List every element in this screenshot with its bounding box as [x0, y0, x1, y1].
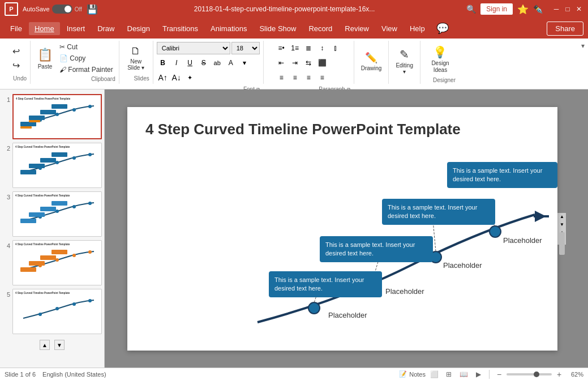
- zoom-slider[interactable]: [507, 373, 552, 375]
- menu-insert[interactable]: Insert: [61, 22, 91, 35]
- scroll-thumb: [559, 232, 565, 255]
- slides-scroll-down[interactable]: ▼: [54, 340, 65, 350]
- text-box-1[interactable]: This is a sample text. Insert your desir…: [269, 271, 382, 298]
- scroll-up-button[interactable]: ▲: [558, 213, 566, 221]
- align-center-button[interactable]: ≡: [289, 71, 301, 84]
- slides-scroll-up[interactable]: ▲: [40, 340, 50, 350]
- search-icon[interactable]: 🔍: [466, 5, 476, 14]
- zoom-in-button[interactable]: +: [554, 369, 564, 379]
- decrease-font-button[interactable]: A↓: [170, 71, 183, 84]
- shadow-button[interactable]: ab: [211, 57, 224, 69]
- menu-view[interactable]: View: [376, 22, 403, 35]
- text-dir-button[interactable]: ⇆: [302, 57, 315, 69]
- increase-font-button[interactable]: A↑: [157, 71, 169, 84]
- drawing-label: Drawing: [361, 65, 382, 71]
- ribbon-expand[interactable]: ▾: [580, 41, 586, 84]
- menu-transitions[interactable]: Transitions: [157, 22, 204, 35]
- slide-sorter-button[interactable]: ⊞: [443, 369, 455, 379]
- menu-animations[interactable]: Animations: [205, 22, 252, 35]
- svg-point-29: [88, 250, 92, 254]
- copy-button[interactable]: 📄 Copy: [57, 53, 88, 63]
- title-bar: P AutoSave Off 💾 20118-01-4-step-curved-…: [0, 0, 588, 18]
- scroll-down-button[interactable]: ▼: [558, 221, 566, 229]
- slide-item-2[interactable]: 2 4 Step Curved Timeline PowerPoint Temp…: [2, 143, 102, 188]
- justify-button[interactable]: ≡: [316, 71, 328, 84]
- star-icon[interactable]: ⭐: [517, 4, 529, 15]
- slideshow-button[interactable]: ▶: [472, 369, 484, 379]
- normal-view-button[interactable]: ⬜: [428, 369, 440, 379]
- cut-button[interactable]: ✂ Cut: [57, 42, 80, 52]
- bold-button[interactable]: B: [157, 57, 169, 69]
- smartart-button[interactable]: ⬛: [316, 57, 328, 69]
- design-ideas-button[interactable]: 💡 DesignIdeas: [426, 43, 454, 76]
- italic-button[interactable]: I: [170, 57, 183, 69]
- editing-arrow: ▾: [403, 69, 406, 75]
- maximize-button[interactable]: □: [563, 5, 572, 14]
- mini-title-3: 4 Step Curved Timeline PowerPoint Templa…: [15, 194, 99, 197]
- font-color-arrow[interactable]: ▾: [238, 57, 251, 69]
- line-spacing-button[interactable]: ↕: [316, 42, 328, 54]
- paste-button[interactable]: 📋 Paste: [34, 45, 56, 72]
- bullets-button[interactable]: ≡•: [275, 42, 287, 54]
- menu-slideshow[interactable]: Slide Show: [254, 22, 302, 35]
- menu-review[interactable]: Review: [339, 22, 375, 35]
- numbering-button[interactable]: 1≡: [289, 42, 301, 54]
- decrease-indent-button[interactable]: ⇤: [275, 57, 287, 69]
- share-button[interactable]: Share: [547, 22, 583, 36]
- editing-button[interactable]: ✎ Editing ▾: [392, 45, 417, 77]
- slide-thumb-2[interactable]: 4 Step Curved Timeline PowerPoint Templa…: [12, 143, 102, 188]
- ribbon-group-paragraph: ≡• 1≡ ≣ ↕ ⫿ ⇤ ⇥ ⇆ ⬛ ≡ ≡ ≡ ≡: [264, 41, 354, 84]
- text-box-2[interactable]: This is a sample text. Insert your desir…: [320, 236, 433, 263]
- menu-home[interactable]: Home: [29, 22, 60, 35]
- ribbon-expand-icon[interactable]: ▾: [581, 42, 585, 50]
- save-icon[interactable]: 💾: [87, 4, 98, 15]
- menu-bar: File Home Insert Draw Design Transitions…: [0, 18, 588, 39]
- status-right: 📝 Notes ⬜ ⊞ 📖 ▶ − + 62%: [399, 369, 583, 379]
- reading-view-button[interactable]: 📖: [457, 369, 470, 379]
- font-name-select[interactable]: Calibri: [157, 42, 230, 54]
- slide-item-3[interactable]: 3 4 Step Curved Timeline PowerPoint Temp…: [2, 191, 102, 237]
- autosave-toggle[interactable]: [52, 5, 72, 14]
- font-row-2: B I U S ab A ▾: [157, 57, 260, 69]
- underline-button[interactable]: U: [184, 57, 196, 69]
- minimize-button[interactable]: ─: [552, 5, 561, 14]
- menu-file[interactable]: File: [5, 22, 28, 35]
- menu-record[interactable]: Record: [303, 22, 338, 35]
- strikethrough-button[interactable]: S: [198, 57, 210, 69]
- text-box-3[interactable]: This is a sample text. Insert your desir…: [382, 199, 495, 225]
- clear-format-button[interactable]: ✦: [184, 71, 196, 84]
- menu-draw[interactable]: Draw: [92, 22, 120, 35]
- undo-button[interactable]: ↩: [10, 45, 22, 58]
- multilevel-button[interactable]: ≣: [302, 42, 315, 54]
- slide-thumb-4[interactable]: 4 Step Curved Timeline PowerPoint Templa…: [12, 240, 102, 285]
- designer-buttons: 💡 DesignIdeas: [426, 43, 454, 76]
- format-painter-button[interactable]: 🖌 Format Painter: [57, 65, 115, 75]
- pen-icon[interactable]: ✒️: [533, 5, 543, 14]
- notes-button[interactable]: 📝 Notes: [399, 370, 426, 378]
- menu-design[interactable]: Design: [122, 22, 156, 35]
- align-right-button[interactable]: ≡: [302, 71, 315, 84]
- font-size-select[interactable]: 18: [231, 42, 260, 54]
- drawing-button[interactable]: ✏️ Drawing: [358, 49, 385, 74]
- comment-icon[interactable]: 💬: [436, 22, 449, 35]
- font-color-button[interactable]: A: [225, 57, 237, 69]
- slide-item-1[interactable]: 1 4 Step Curved Timeline PowerPoint Temp…: [2, 94, 102, 139]
- text-box-4[interactable]: This is a sample text. Insert your desir…: [447, 162, 557, 189]
- menu-help[interactable]: Help: [404, 22, 431, 35]
- redo-button[interactable]: ↪: [10, 59, 22, 72]
- close-button[interactable]: ✕: [574, 5, 583, 14]
- design-ideas-label: DesignIdeas: [431, 60, 449, 74]
- zoom-out-button[interactable]: −: [494, 369, 504, 379]
- increase-indent-button[interactable]: ⇥: [289, 57, 301, 69]
- slide-thumb-3[interactable]: 4 Step Curved Timeline PowerPoint Templa…: [12, 191, 102, 237]
- svg-point-28: [72, 254, 76, 257]
- slide-thumb-5[interactable]: 4 Step Curved Timeline PowerPoint Templa…: [12, 289, 102, 334]
- slide-item-4[interactable]: 4 4 Step Curved Timeline PowerPoint Temp…: [2, 240, 102, 285]
- slide-item-5[interactable]: 5 4 Step Curved Timeline PowerPoint Temp…: [2, 289, 102, 334]
- new-slide-button[interactable]: 🗋 New Slide ▾: [124, 43, 148, 73]
- columns-button[interactable]: ⫿: [329, 42, 342, 54]
- align-left-button[interactable]: ≡: [275, 71, 287, 84]
- signin-button[interactable]: Sign in: [480, 3, 513, 15]
- svg-rect-23: [29, 212, 45, 217]
- slide-thumb-1[interactable]: 4 Step Curved Timeline PowerPoint Templa…: [12, 94, 102, 139]
